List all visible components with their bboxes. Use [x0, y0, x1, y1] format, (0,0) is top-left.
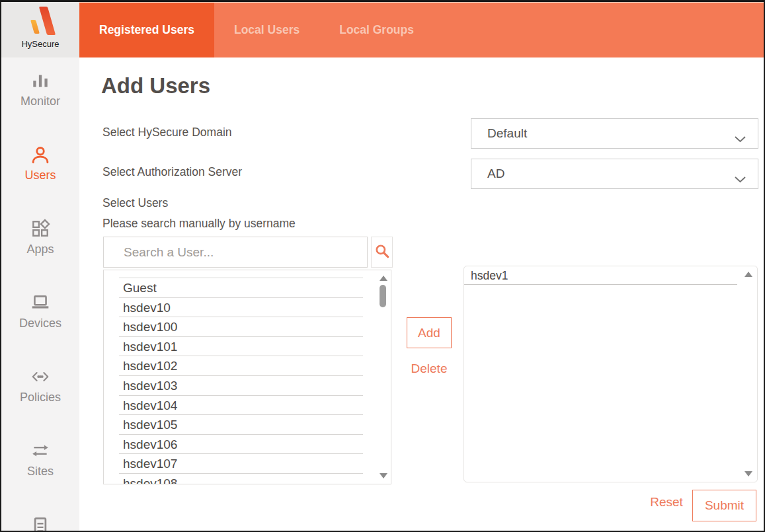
available-user-item[interactable]: hsdev107: [119, 454, 363, 474]
brand-logo-area: HySecure: [1, 2, 79, 57]
available-users-scrollbar[interactable]: [378, 272, 389, 482]
scroll-up-icon[interactable]: [745, 272, 752, 277]
available-user-item[interactable]: hsdev100: [119, 317, 363, 337]
scroll-up-icon[interactable]: [380, 276, 387, 281]
sidebar-label-sites: Sites: [1, 465, 79, 478]
scroll-down-icon[interactable]: [745, 471, 752, 476]
available-user-item[interactable]: hsdev102: [119, 356, 363, 376]
logo-bar-orange: [39, 7, 56, 35]
available-user-item[interactable]: hsdev103: [119, 376, 363, 396]
chevron-down-icon: [735, 132, 746, 146]
logo-bar-yellow: [30, 20, 40, 34]
bar-chart-icon: [1, 71, 79, 92]
auth-server-field-label: Select Authorization Server: [102, 165, 242, 179]
sidebar-label-monitor: Monitor: [1, 95, 79, 108]
selected-user-item[interactable]: hsdev1: [464, 266, 737, 285]
document-lines-icon: [1, 516, 79, 531]
laptop-icon: [1, 293, 79, 314]
sidebar-item-monitor[interactable]: Monitor: [1, 71, 79, 108]
selected-users-rows: hsdev1: [464, 266, 737, 285]
add-button[interactable]: Add: [407, 317, 452, 348]
sidebar: Monitor Users Apps: [1, 57, 79, 531]
auth-server-select-value: AD: [487, 167, 504, 181]
sidebar-item-apps[interactable]: Apps: [1, 219, 79, 256]
page-title: Add Users: [101, 73, 210, 98]
available-users-rows: Guesthsdev10hsdev100hsdev101hsdev102hsde…: [119, 278, 363, 484]
apps-grid-icon: [1, 219, 79, 240]
user-icon: [1, 145, 79, 166]
scrollbar-thumb[interactable]: [380, 285, 386, 307]
main-content: Add Users Select HySecure Domain Default…: [79, 57, 764, 531]
delete-button[interactable]: Delete: [403, 361, 455, 376]
sidebar-item-users[interactable]: Users: [1, 145, 79, 182]
sidebar-item-policies[interactable]: Policies: [1, 367, 79, 404]
tab-registered-users[interactable]: Registered Users: [79, 3, 214, 57]
sidebar-label-policies: Policies: [1, 391, 79, 404]
hysecure-logo-icon: [24, 5, 56, 38]
tab-local-users[interactable]: Local Users: [214, 3, 319, 57]
transfer-arrows-icon: [1, 441, 79, 462]
chevron-down-icon: [735, 172, 746, 186]
tab-local-groups[interactable]: Local Groups: [319, 3, 434, 57]
sidebar-label-apps: Apps: [1, 243, 79, 256]
available-users-list: Guesthsdev10hsdev100hsdev101hsdev102hsde…: [103, 270, 391, 484]
selected-users-scrollbar[interactable]: [744, 269, 754, 479]
sidebar-label-devices: Devices: [1, 317, 79, 330]
select-users-label: Select Users: [102, 196, 168, 210]
sidebar-item-sites[interactable]: Sites: [1, 441, 79, 478]
app-window: HySecure Registered Users Local Users Lo…: [0, 0, 765, 532]
brand-name: HySecure: [21, 39, 59, 49]
header: HySecure Registered Users Local Users Lo…: [1, 2, 764, 57]
available-user-item[interactable]: hsdev108: [119, 474, 363, 484]
search-hint-label: Please search manually by username: [102, 217, 296, 231]
available-user-item[interactable]: Guest: [119, 278, 363, 298]
code-brackets-icon: [1, 367, 79, 388]
submit-button[interactable]: Submit: [692, 490, 756, 521]
sidebar-item-devices[interactable]: Devices: [1, 293, 79, 330]
sidebar-item-partial[interactable]: [1, 516, 79, 531]
search-button[interactable]: [371, 237, 393, 268]
reset-button[interactable]: Reset: [647, 495, 686, 510]
selected-users-list: hsdev1: [463, 266, 758, 482]
domain-field-label: Select HySecure Domain: [102, 126, 232, 139]
search-input[interactable]: [103, 237, 368, 268]
domain-select-value: Default: [487, 126, 527, 141]
available-user-item[interactable]: hsdev105: [119, 415, 363, 435]
available-user-item[interactable]: hsdev104: [119, 396, 363, 416]
available-user-item[interactable]: hsdev106: [119, 435, 363, 455]
top-tabbar: Registered Users Local Users Local Group…: [79, 2, 764, 57]
available-user-item[interactable]: hsdev101: [119, 337, 363, 357]
domain-select[interactable]: Default: [471, 118, 758, 149]
sidebar-label-users: Users: [1, 169, 79, 182]
auth-server-select[interactable]: AD: [471, 159, 758, 189]
search-icon: [374, 243, 391, 262]
available-user-item[interactable]: hsdev10: [119, 298, 363, 318]
scroll-down-icon[interactable]: [380, 473, 387, 478]
